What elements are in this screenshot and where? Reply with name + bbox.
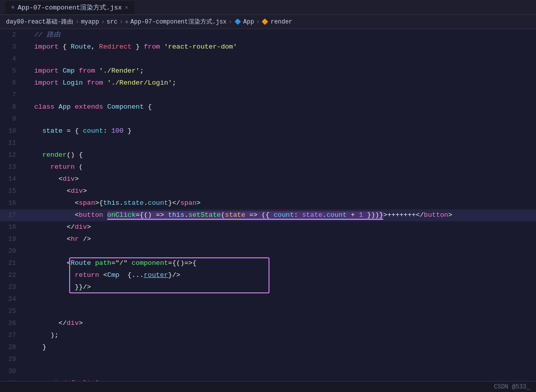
code-line-23: 23 }}/> — [0, 281, 536, 293]
line-number-12: 12 — [0, 149, 24, 161]
line-content-10: state = { count: 100 } — [24, 125, 536, 137]
line-number-19: 19 — [0, 233, 24, 245]
line-content-19: <hr /> — [24, 233, 536, 245]
code-line-30: 30 — [0, 365, 536, 377]
line-content-8: class App extends Component { — [24, 101, 536, 113]
line-number-29: 29 — [0, 353, 24, 365]
code-line-17: 17 <button onClick={() => this.setState(… — [0, 209, 536, 221]
line-number-23: 23 — [0, 281, 24, 293]
code-line-3: 3 import { Route, Redirect } from 'react… — [0, 41, 536, 53]
line-content-14: <div> — [24, 173, 536, 185]
line-content-23: }}/> — [24, 281, 536, 293]
breadcrumb-item-2[interactable]: myapp — [81, 19, 99, 26]
line-number-16: 16 — [0, 197, 24, 209]
react-icon: ⚛ — [125, 19, 129, 25]
line-number-5: 5 — [0, 65, 24, 77]
breadcrumb-sep-4: › — [228, 19, 232, 26]
title-bar: ⚛ App-07-component渲染方式.jsx ✕ — [0, 0, 536, 15]
code-line-9: 9 — [0, 113, 536, 125]
line-number-17: 17 — [0, 209, 24, 221]
line-number-25: 25 — [0, 305, 24, 317]
code-line-14: 14 <div> — [0, 173, 536, 185]
breadcrumb-sep-1: › — [75, 19, 79, 26]
status-bar: CSDN @533_ — [0, 381, 536, 392]
status-text: CSDN @533_ — [494, 383, 530, 390]
line-content-5: import Cmp from './Render'; — [24, 65, 536, 77]
code-line-24: 24 — [0, 293, 536, 305]
line-number-10: 10 — [0, 125, 24, 137]
editor-tab[interactable]: ⚛ App-07-component渲染方式.jsx ✕ — [5, 1, 134, 14]
line-number-8: 8 — [0, 101, 24, 113]
breadcrumb-sep-2: › — [101, 19, 105, 26]
line-content-18: </div> — [24, 221, 536, 233]
line-content-15: <div> — [24, 185, 536, 197]
line-content-27: ); — [24, 329, 536, 341]
editor: 2 // 路由 3 import { Route, Redirect } fro… — [0, 29, 536, 392]
line-number-24: 24 — [0, 293, 24, 305]
line-number-20: 20 — [0, 245, 24, 257]
line-number-26: 26 — [0, 317, 24, 329]
line-number-9: 9 — [0, 113, 24, 125]
code-line-25: 25 — [0, 305, 536, 317]
line-number-6: 6 — [0, 77, 24, 89]
code-line-28: 28 } — [0, 341, 536, 353]
line-content-16: <span>{this.state.count}</span> — [24, 197, 536, 209]
breadcrumb-item-4[interactable]: App-07-component渲染方式.jsx — [130, 18, 226, 26]
breadcrumb-item-5[interactable]: App — [243, 19, 254, 26]
line-content-3: import { Route, Redirect } from 'react-r… — [24, 41, 536, 53]
code-line-5: 5 import Cmp from './Render'; — [0, 65, 536, 77]
line-content-13: return ( — [24, 161, 536, 173]
code-line-11: 11 — [0, 137, 536, 149]
line-number-30: 30 — [0, 365, 24, 377]
line-content-2: // 路由 — [24, 29, 536, 41]
code-line-13: 13 return ( — [0, 161, 536, 173]
code-line-12: 12 render() { — [0, 149, 536, 161]
code-line-20: 20 — [0, 245, 536, 257]
breadcrumb-item-3[interactable]: src — [107, 19, 118, 26]
line-number-11: 11 — [0, 137, 24, 149]
code-line-15: 15 <div> — [0, 185, 536, 197]
line-content-17: <button onClick={() => this.setState(sta… — [24, 209, 536, 221]
code-container: 2 // 路由 3 import { Route, Redirect } fro… — [0, 29, 536, 389]
line-content-28: } — [24, 341, 536, 353]
line-content-21: <Route path="/" component={()=>{ — [24, 257, 536, 269]
code-line-21: 21 <Route path="/" component={()=>{ — [0, 257, 536, 269]
code-line-19: 19 <hr /> — [0, 233, 536, 245]
line-number-7: 7 — [0, 89, 24, 101]
breadcrumb-sep-5: › — [256, 19, 259, 26]
line-number-27: 27 — [0, 329, 24, 341]
code-line-22: 22 return <Cmp {...router}/> — [0, 269, 536, 281]
line-content-22: return <Cmp {...router}/> — [24, 269, 536, 281]
code-line-7: 7 — [0, 89, 536, 101]
line-content-12: render() { — [24, 149, 536, 161]
jsx-tab-icon: ⚛ — [11, 4, 15, 11]
code-line-6: 6 import Login from './Render/Login'; — [0, 77, 536, 89]
tab-close-button[interactable]: ✕ — [125, 4, 128, 11]
line-number-13: 13 — [0, 161, 24, 173]
line-number-28: 28 — [0, 341, 24, 353]
code-line-18: 18 </div> — [0, 221, 536, 233]
breadcrumb-item-6[interactable]: render — [271, 19, 292, 26]
line-number-22: 22 — [0, 269, 24, 281]
tab-label: App-07-component渲染方式.jsx — [18, 3, 122, 12]
line-number-15: 15 — [0, 185, 24, 197]
class-icon: 🔷 — [234, 19, 241, 25]
code-line-27: 27 ); — [0, 329, 536, 341]
breadcrumb-item-1[interactable]: day80-react基础-路由 — [6, 18, 73, 26]
line-number-3: 3 — [0, 41, 24, 53]
line-number-4: 4 — [0, 53, 24, 65]
code-line-2: 2 // 路由 — [0, 29, 536, 41]
line-number-2: 2 — [0, 29, 24, 41]
line-number-14: 14 — [0, 173, 24, 185]
method-icon: 🔶 — [261, 19, 269, 25]
line-content-26: </div> — [24, 317, 536, 329]
code-line-29: 29 — [0, 353, 536, 365]
code-line-16: 16 <span>{this.state.count}</span> — [0, 197, 536, 209]
code-line-4: 4 — [0, 53, 536, 65]
line-content-6: import Login from './Render/Login'; — [24, 77, 536, 89]
code-line-26: 26 </div> — [0, 317, 536, 329]
highlight-box-container: 21 <Route path="/" component={()=>{ 22 r… — [0, 257, 536, 293]
breadcrumb-sep-3: › — [119, 19, 123, 26]
breadcrumb: day80-react基础-路由 › myapp › src › ⚛ App-0… — [0, 15, 536, 29]
line-number-18: 18 — [0, 221, 24, 233]
